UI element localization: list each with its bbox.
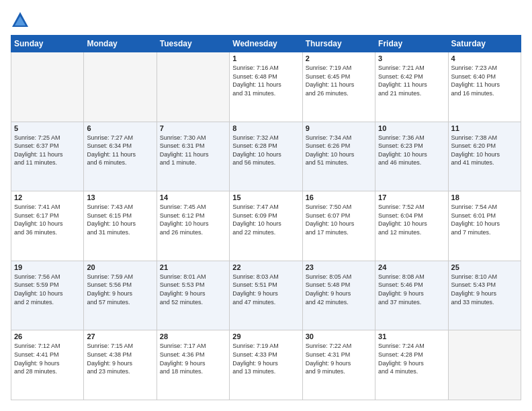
day-info: Sunrise: 7:50 AM Sunset: 6:07 PM Dayligh…: [306, 203, 372, 236]
day-info: Sunrise: 7:47 AM Sunset: 6:09 PM Dayligh…: [232, 203, 299, 236]
day-info: Sunrise: 7:54 AM Sunset: 6:01 PM Dayligh…: [451, 203, 518, 236]
calendar-cell: 13Sunrise: 7:43 AM Sunset: 6:15 PM Dayli…: [84, 191, 157, 261]
day-info: Sunrise: 7:23 AM Sunset: 6:40 PM Dayligh…: [451, 64, 518, 97]
calendar-cell: 5Sunrise: 7:25 AM Sunset: 6:37 PM Daylig…: [11, 122, 84, 191]
day-number: 9: [306, 124, 372, 132]
day-number: 5: [14, 124, 81, 132]
calendar-week-row: 12Sunrise: 7:41 AM Sunset: 6:17 PM Dayli…: [11, 191, 521, 261]
weekday-header: Tuesday: [157, 36, 229, 52]
calendar-cell: 23Sunrise: 8:05 AM Sunset: 5:48 PM Dayli…: [302, 261, 375, 330]
day-info: Sunrise: 7:52 AM Sunset: 6:04 PM Dayligh…: [378, 203, 445, 236]
calendar-cell: [157, 52, 229, 122]
day-number: 3: [378, 54, 445, 62]
day-number: 8: [232, 124, 299, 132]
calendar-cell: 1Sunrise: 7:16 AM Sunset: 6:48 PM Daylig…: [230, 52, 302, 122]
calendar-cell: [11, 52, 84, 122]
day-number: 24: [378, 263, 445, 271]
day-number: 27: [87, 332, 153, 340]
day-info: Sunrise: 8:08 AM Sunset: 5:46 PM Dayligh…: [378, 273, 445, 306]
weekday-header: Monday: [84, 36, 157, 52]
day-info: Sunrise: 8:03 AM Sunset: 5:51 PM Dayligh…: [232, 273, 299, 306]
calendar-cell: [448, 330, 521, 400]
calendar-week-row: 1Sunrise: 7:16 AM Sunset: 6:48 PM Daylig…: [11, 52, 521, 122]
day-number: 22: [232, 263, 299, 271]
calendar-cell: 10Sunrise: 7:36 AM Sunset: 6:23 PM Dayli…: [375, 122, 448, 191]
day-info: Sunrise: 7:32 AM Sunset: 6:28 PM Dayligh…: [232, 134, 299, 167]
day-number: 13: [87, 193, 153, 201]
page: SundayMondayTuesdayWednesdayThursdayFrid…: [0, 0, 532, 411]
calendar-cell: 17Sunrise: 7:52 AM Sunset: 6:04 PM Dayli…: [375, 191, 448, 261]
calendar-cell: 18Sunrise: 7:54 AM Sunset: 6:01 PM Dayli…: [448, 191, 521, 261]
day-number: 10: [378, 124, 445, 132]
day-number: 11: [451, 124, 518, 132]
day-number: 28: [160, 332, 226, 340]
calendar-cell: 6Sunrise: 7:27 AM Sunset: 6:34 PM Daylig…: [84, 122, 157, 191]
day-number: 25: [451, 263, 518, 271]
day-number: 4: [451, 54, 518, 62]
calendar-cell: 31Sunrise: 7:24 AM Sunset: 4:28 PM Dayli…: [375, 330, 448, 400]
day-info: Sunrise: 7:34 AM Sunset: 6:26 PM Dayligh…: [306, 134, 372, 167]
day-info: Sunrise: 7:45 AM Sunset: 6:12 PM Dayligh…: [160, 203, 226, 236]
weekday-header: Saturday: [448, 36, 521, 52]
day-number: 18: [451, 193, 518, 201]
day-info: Sunrise: 7:21 AM Sunset: 6:42 PM Dayligh…: [378, 64, 445, 97]
day-number: 2: [306, 54, 372, 62]
calendar-cell: 16Sunrise: 7:50 AM Sunset: 6:07 PM Dayli…: [302, 191, 375, 261]
weekday-header: Wednesday: [230, 36, 302, 52]
calendar-cell: 7Sunrise: 7:30 AM Sunset: 6:31 PM Daylig…: [157, 122, 229, 191]
day-info: Sunrise: 7:36 AM Sunset: 6:23 PM Dayligh…: [378, 134, 445, 167]
calendar-header-row: SundayMondayTuesdayWednesdayThursdayFrid…: [11, 36, 521, 52]
weekday-header: Thursday: [302, 36, 375, 52]
calendar-cell: 11Sunrise: 7:38 AM Sunset: 6:20 PM Dayli…: [448, 122, 521, 191]
calendar-cell: 29Sunrise: 7:19 AM Sunset: 4:33 PM Dayli…: [230, 330, 302, 400]
weekday-header: Friday: [375, 36, 448, 52]
calendar-cell: 4Sunrise: 7:23 AM Sunset: 6:40 PM Daylig…: [448, 52, 521, 122]
day-number: 23: [306, 263, 372, 271]
calendar-cell: 21Sunrise: 8:01 AM Sunset: 5:53 PM Dayli…: [157, 261, 229, 330]
day-number: 19: [14, 263, 81, 271]
day-info: Sunrise: 7:38 AM Sunset: 6:20 PM Dayligh…: [451, 134, 518, 167]
day-info: Sunrise: 7:43 AM Sunset: 6:15 PM Dayligh…: [87, 203, 153, 236]
day-info: Sunrise: 7:24 AM Sunset: 4:28 PM Dayligh…: [378, 342, 445, 375]
day-number: 7: [160, 124, 226, 132]
day-info: Sunrise: 7:59 AM Sunset: 5:56 PM Dayligh…: [87, 273, 153, 306]
day-info: Sunrise: 7:12 AM Sunset: 4:41 PM Dayligh…: [14, 342, 81, 375]
day-info: Sunrise: 7:27 AM Sunset: 6:34 PM Dayligh…: [87, 134, 153, 167]
calendar-cell: 30Sunrise: 7:22 AM Sunset: 4:31 PM Dayli…: [302, 330, 375, 400]
day-number: 16: [306, 193, 372, 201]
calendar-week-row: 19Sunrise: 7:56 AM Sunset: 5:59 PM Dayli…: [11, 261, 521, 330]
calendar-cell: 15Sunrise: 7:47 AM Sunset: 6:09 PM Dayli…: [230, 191, 302, 261]
day-number: 15: [232, 193, 299, 201]
day-info: Sunrise: 7:15 AM Sunset: 4:38 PM Dayligh…: [87, 342, 153, 375]
calendar-cell: 19Sunrise: 7:56 AM Sunset: 5:59 PM Dayli…: [11, 261, 84, 330]
header: [11, 11, 521, 30]
calendar-cell: 25Sunrise: 8:10 AM Sunset: 5:43 PM Dayli…: [448, 261, 521, 330]
calendar-cell: [84, 52, 157, 122]
logo-icon: [11, 11, 30, 30]
calendar-cell: 14Sunrise: 7:45 AM Sunset: 6:12 PM Dayli…: [157, 191, 229, 261]
day-number: 30: [306, 332, 372, 340]
calendar-cell: 8Sunrise: 7:32 AM Sunset: 6:28 PM Daylig…: [230, 122, 302, 191]
calendar-cell: 9Sunrise: 7:34 AM Sunset: 6:26 PM Daylig…: [302, 122, 375, 191]
weekday-header: Sunday: [11, 36, 84, 52]
calendar-cell: 24Sunrise: 8:08 AM Sunset: 5:46 PM Dayli…: [375, 261, 448, 330]
day-number: 12: [14, 193, 81, 201]
day-number: 21: [160, 263, 226, 271]
day-info: Sunrise: 7:30 AM Sunset: 6:31 PM Dayligh…: [160, 134, 226, 167]
calendar-cell: 20Sunrise: 7:59 AM Sunset: 5:56 PM Dayli…: [84, 261, 157, 330]
day-number: 1: [232, 54, 299, 62]
calendar-week-row: 5Sunrise: 7:25 AM Sunset: 6:37 PM Daylig…: [11, 122, 521, 191]
day-info: Sunrise: 7:19 AM Sunset: 6:45 PM Dayligh…: [306, 64, 372, 97]
calendar-cell: 28Sunrise: 7:17 AM Sunset: 4:36 PM Dayli…: [157, 330, 229, 400]
calendar-week-row: 26Sunrise: 7:12 AM Sunset: 4:41 PM Dayli…: [11, 330, 521, 400]
day-info: Sunrise: 8:01 AM Sunset: 5:53 PM Dayligh…: [160, 273, 226, 306]
day-info: Sunrise: 7:17 AM Sunset: 4:36 PM Dayligh…: [160, 342, 226, 375]
day-info: Sunrise: 7:19 AM Sunset: 4:33 PM Dayligh…: [232, 342, 299, 375]
day-info: Sunrise: 7:22 AM Sunset: 4:31 PM Dayligh…: [306, 342, 372, 375]
day-number: 6: [87, 124, 153, 132]
day-number: 26: [14, 332, 81, 340]
day-number: 29: [232, 332, 299, 340]
day-info: Sunrise: 7:56 AM Sunset: 5:59 PM Dayligh…: [14, 273, 81, 306]
calendar-cell: 22Sunrise: 8:03 AM Sunset: 5:51 PM Dayli…: [230, 261, 302, 330]
day-info: Sunrise: 8:10 AM Sunset: 5:43 PM Dayligh…: [451, 273, 518, 306]
